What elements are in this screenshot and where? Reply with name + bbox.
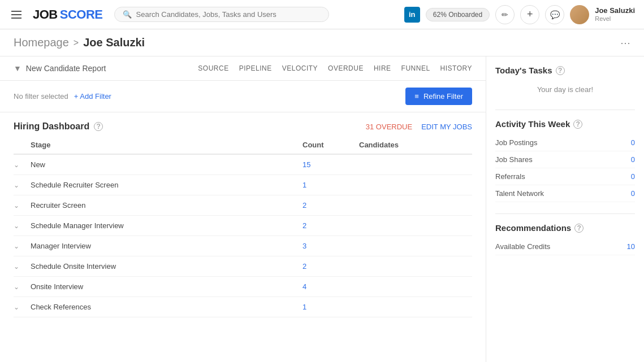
row-expand-icon[interactable]: ⌄ [14,222,31,230]
dashboard-title: Hiring Dashboard ? [14,121,103,132]
activity-help-icon[interactable]: ? [573,120,582,129]
table-header: Stage Count Candidates [14,136,472,155]
chat-icon-button[interactable]: 💬 [545,5,564,24]
activity-value: 0 [631,138,635,147]
stage-name: Recruiter Screen [31,201,302,210]
search-icon: 🔍 [123,10,132,19]
search-input[interactable] [136,10,321,19]
activity-label: Talent Network [495,189,544,198]
refine-filter-button[interactable]: ≡ Refine Filter [405,88,472,105]
hamburger-icon[interactable] [9,8,24,21]
activity-row: Job Postings 0 [495,134,635,151]
report-tab-velocity[interactable]: VELOCITY [282,63,318,73]
logo[interactable]: JOBSCORE [33,7,103,22]
table-row: ⌄ Schedule Manager Interview 2 [14,216,472,236]
activity-value: 0 [631,172,635,181]
refine-filter-label: Refine Filter [423,92,463,101]
tasks-section: Today's Tasks ? Your day is clear! [495,66,635,98]
avatar[interactable] [570,5,589,24]
user-org: Revel [595,15,635,23]
stage-count[interactable]: 1 [302,181,359,189]
recommendations-help-icon[interactable]: ? [574,224,584,233]
logo-score: SCORE [60,7,103,22]
activity-section: Activity This Week ? Job Postings 0 Job … [495,119,635,202]
row-expand-icon[interactable]: ⌄ [14,242,31,250]
add-filter-button[interactable]: + Add Filter [74,92,111,101]
activity-row: Referrals 0 [495,168,635,185]
col-candidates: Candidates [359,141,472,149]
activity-value: 0 [631,189,635,198]
stage-count[interactable]: 15 [302,160,359,169]
col-count: Count [302,141,359,149]
divider-2 [495,213,635,214]
activity-label: Referrals [495,172,525,181]
table-row: ⌄ Check References 1 [14,297,472,317]
report-tab-history[interactable]: HISTORY [440,63,472,73]
report-tab-source[interactable]: SOURCE [198,63,228,73]
row-expand-icon[interactable]: ⌄ [14,283,31,291]
right-panel: Today's Tasks ? Your day is clear! Activ… [486,56,644,362]
table-row: ⌄ New 15 [14,155,472,175]
dashboard-help-icon[interactable]: ? [94,122,103,131]
header: JOBSCORE 🔍 in 62% Onboarded ✏ + 💬 Joe Sa… [0,0,644,29]
plus-icon-button[interactable]: + [520,5,539,24]
stage-count[interactable]: 2 [302,262,359,271]
overdue-link[interactable]: 31 OVERDUE [366,123,412,131]
report-tabs: SOURCEPIPELINEVELOCITYOVERDUEHIREFUNNELH… [198,63,472,73]
breadcrumb-home[interactable]: Homepage [14,36,69,49]
user-name: Joe Saluzki [595,6,635,15]
filter-icon: ≡ [414,92,419,101]
stage-count[interactable]: 2 [302,221,359,230]
breadcrumb-separator: > [74,38,79,48]
onboard-badge[interactable]: 62% Onboarded [426,8,490,21]
row-expand-icon[interactable]: ⌄ [14,263,31,271]
tasks-title-text: Today's Tasks [495,66,552,75]
report-toggle-icon[interactable]: ▼ [14,64,21,73]
logo-job: JOB [33,7,58,22]
table-row: ⌄ Recruiter Screen 2 [14,195,472,216]
activity-title: Activity This Week ? [495,119,635,129]
header-right: in 62% Onboarded ✏ + 💬 Joe Saluzki Revel [404,5,635,24]
linkedin-button[interactable]: in [404,7,420,23]
filter-left: No filter selected + Add Filter [14,92,111,101]
table-container: Stage Count Candidates ⌄ New 15 ⌄ Schedu… [0,136,486,317]
table-rows: ⌄ New 15 ⌄ Schedule Recruiter Screen 1 ⌄… [14,155,472,317]
main-container: Homepage > Joe Saluzki ⋯ ▼ New Candidate… [0,29,644,362]
row-expand-icon[interactable]: ⌄ [14,161,31,169]
report-title-text: New Candidate Report [26,64,106,73]
report-tab-pipeline[interactable]: PIPELINE [239,63,272,73]
row-expand-icon[interactable]: ⌄ [14,202,31,210]
tasks-help-icon[interactable]: ? [556,66,565,75]
report-bar: ▼ New Candidate Report SOURCEPIPELINEVEL… [0,56,486,81]
report-tab-overdue[interactable]: OVERDUE [328,63,364,73]
report-tab-funnel[interactable]: FUNNEL [401,63,430,73]
table-row: ⌄ Onsite Interview 4 [14,277,472,297]
stage-count[interactable]: 4 [302,282,359,291]
stage-name: New [31,160,302,169]
stage-name: Onsite Interview [31,282,302,291]
user-info: Joe Saluzki Revel [595,6,635,23]
recommendations-title-text: Recommendations [495,223,571,233]
breadcrumb: Homepage > Joe Saluzki [14,36,145,49]
recommendation-value: 10 [627,242,635,251]
dashboard-title-text: Hiring Dashboard [14,121,89,132]
stage-name: Schedule Onsite Interview [31,262,302,271]
search-bar[interactable]: 🔍 [114,7,329,22]
stage-count[interactable]: 2 [302,201,359,210]
breadcrumb-bar: Homepage > Joe Saluzki ⋯ [0,29,644,56]
pencil-icon-button[interactable]: ✏ [495,5,515,24]
stage-name: Manager Interview [31,242,302,250]
activity-row: Talent Network 0 [495,185,635,202]
tree-icon[interactable]: ⋯ [620,37,630,49]
activity-rows: Job Postings 0 Job Shares 0 Referrals 0 … [495,134,635,202]
edit-jobs-link[interactable]: EDIT MY JOBS [421,123,472,131]
stage-count[interactable]: 3 [302,242,359,250]
stage-count[interactable]: 1 [302,303,359,311]
report-tab-hire[interactable]: HIRE [374,63,391,73]
row-expand-icon[interactable]: ⌄ [14,181,31,189]
table-row: ⌄ Schedule Onsite Interview 2 [14,256,472,277]
activity-label: Job Shares [495,155,533,164]
activity-title-text: Activity This Week [495,119,570,129]
row-expand-icon[interactable]: ⌄ [14,303,31,311]
recommendation-label: Available Credits [495,242,550,251]
